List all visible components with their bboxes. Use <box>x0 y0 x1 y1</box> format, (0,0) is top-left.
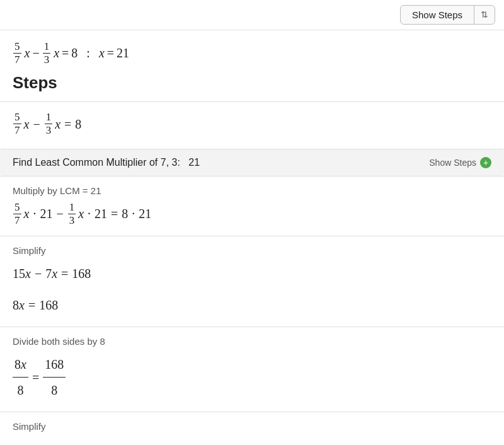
divide-label: Divide both sides by 8 <box>13 336 491 347</box>
divide-step: Divide both sides by 8 8x 8 = 168 8 <box>0 327 504 412</box>
equals-sign-2: = <box>107 46 114 61</box>
simplify2-step: Simplify x = 21 <box>0 412 504 445</box>
equals-sign-1: = <box>62 46 69 61</box>
value-8: 8 <box>71 46 77 61</box>
simplify1-step: Simplify 15x − 7x = 168 8x = 168 <box>0 236 504 327</box>
problem-equation: 57 x − 13 x = 8 : x = 21 <box>0 30 504 71</box>
frac-1-3-b: 13 <box>45 111 53 137</box>
lcm-banner: Find Least Common Multiplier of 7, 3: 21… <box>0 149 504 176</box>
colon-separator: : <box>86 46 90 61</box>
lcm-section: Find Least Common Multiplier of 7, 3: 21… <box>0 149 504 176</box>
plus-icon: + <box>480 157 491 168</box>
top-bar: Show Steps ⇅ <box>0 0 504 30</box>
initial-equation-block: 57 x − 13 x = 8 <box>0 102 504 149</box>
multiply-step: Multiply by LCM = 21 57 x · 21 − 13 x · … <box>0 176 504 237</box>
var-x1: x <box>25 46 30 61</box>
var-x2: x <box>54 46 59 61</box>
simplify2-label: Simplify <box>13 421 491 432</box>
frac-1-3: 13 <box>42 40 52 67</box>
frac-5-7-b: 57 <box>13 111 21 137</box>
show-steps-label: Show Steps <box>401 6 474 24</box>
simplify1-label: Simplify <box>13 245 491 256</box>
divide-equation: 8x 8 = 168 8 <box>13 352 491 403</box>
show-steps-button[interactable]: Show Steps ⇅ <box>400 5 495 25</box>
final-equation: x = 21 <box>13 437 491 445</box>
lcm-text: Find Least Common Multiplier of 7, 3: 21 <box>13 157 200 168</box>
lcm-show-steps-label: Show Steps <box>429 158 476 168</box>
frac-5-7: 57 <box>13 40 22 67</box>
simplified-eq2: 8x = 168 <box>13 292 491 318</box>
var-x3: x <box>99 46 105 61</box>
initial-equation: 57 x − 13 x = 8 <box>13 111 491 137</box>
multiply-equation: 57 x · 21 − 13 x · 21 = 8 · 21 <box>13 201 491 228</box>
simplified-eq1: 15x − 7x = 168 <box>13 261 491 286</box>
lcm-show-steps[interactable]: Show Steps + <box>429 157 491 168</box>
answer-21: 21 <box>117 46 129 61</box>
arrow-icon: ⇅ <box>474 6 495 24</box>
minus-sign-1: − <box>32 46 39 61</box>
multiply-label: Multiply by LCM = 21 <box>13 185 491 196</box>
steps-heading: Steps <box>0 71 504 101</box>
